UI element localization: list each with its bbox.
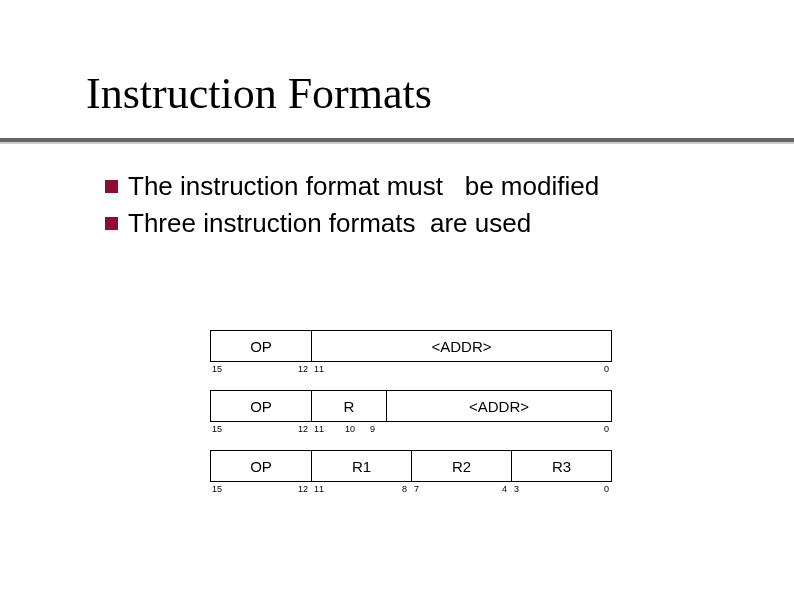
bit-label: 7: [414, 484, 419, 494]
instruction-format-diagram: OP <ADDR> 15 12 11 0 OP R <ADDR> 15 12 1…: [210, 330, 610, 510]
bit-label: 15: [212, 424, 222, 434]
format2-row: OP R <ADDR>: [210, 390, 612, 422]
format2-op-cell: OP: [211, 391, 311, 421]
bit-label: 9: [370, 424, 375, 434]
format3-op-cell: OP: [211, 451, 311, 481]
format3-r3-cell: R3: [511, 451, 611, 481]
bullet-item: Three instruction formats are used: [105, 207, 725, 240]
format3-r2-cell: R2: [411, 451, 511, 481]
bullet-marker-icon: [105, 217, 118, 230]
bit-label: 10: [345, 424, 355, 434]
bit-label: 11: [314, 484, 324, 494]
bit-label: 4: [502, 484, 507, 494]
bullet-text: The instruction format must be modified: [128, 170, 599, 203]
bit-label: 0: [604, 424, 609, 434]
bit-label: 15: [212, 364, 222, 374]
bullet-item: The instruction format must be modified: [105, 170, 725, 203]
format2-r-cell: R: [311, 391, 386, 421]
bit-label: 12: [298, 364, 308, 374]
bit-label: 0: [604, 484, 609, 494]
title-underline: [0, 138, 794, 142]
format3-row: OP R1 R2 R3: [210, 450, 612, 482]
bit-label: 0: [604, 364, 609, 374]
format1-op-cell: OP: [211, 331, 311, 361]
slide-title: Instruction Formats: [86, 68, 432, 119]
bit-label: 11: [314, 424, 324, 434]
format1-row: OP <ADDR>: [210, 330, 612, 362]
bit-label: 11: [314, 364, 324, 374]
bit-label: 8: [402, 484, 407, 494]
format1-bit-labels: 15 12 11 0: [210, 362, 612, 380]
format1-addr-cell: <ADDR>: [311, 331, 611, 361]
format2-addr-cell: <ADDR>: [386, 391, 611, 421]
bullet-text: Three instruction formats are used: [128, 207, 531, 240]
slide: Instruction Formats The instruction form…: [0, 0, 794, 595]
bit-label: 12: [298, 424, 308, 434]
format2-bit-labels: 15 12 11 10 9 0: [210, 422, 612, 440]
bit-label: 3: [514, 484, 519, 494]
bullet-list: The instruction format must be modified …: [105, 170, 725, 243]
format3-r1-cell: R1: [311, 451, 411, 481]
bit-label: 15: [212, 484, 222, 494]
format3-bit-labels: 15 12 11 8 7 4 3 0: [210, 482, 612, 500]
bit-label: 12: [298, 484, 308, 494]
bullet-marker-icon: [105, 180, 118, 193]
